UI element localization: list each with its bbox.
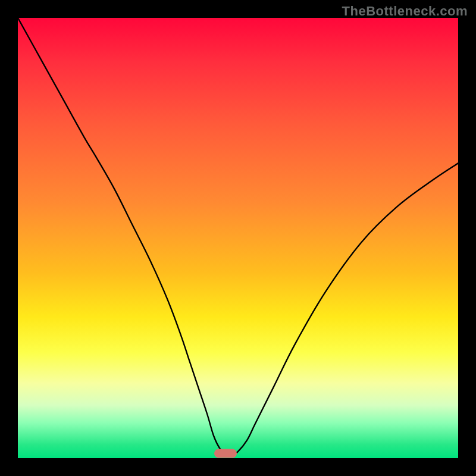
plot-area xyxy=(18,18,458,458)
watermark-text: TheBottleneck.com xyxy=(342,4,468,19)
optimal-marker xyxy=(214,449,237,458)
bottleneck-curve xyxy=(18,18,458,458)
chart-frame: TheBottleneck.com xyxy=(0,0,476,476)
